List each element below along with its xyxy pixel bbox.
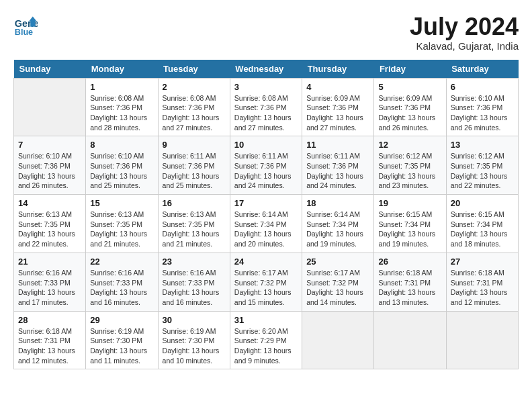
calendar-cell: 2Sunrise: 6:08 AMSunset: 7:36 PMDaylight… [158, 78, 230, 136]
day-number: 16 [163, 198, 226, 208]
calendar-table: SundayMondayTuesdayWednesdayThursdayFrid… [13, 60, 519, 370]
calendar-cell: 7Sunrise: 6:10 AMSunset: 7:36 PMDaylight… [14, 136, 86, 195]
calendar-cell: 13Sunrise: 6:12 AMSunset: 7:35 PMDayligh… [446, 136, 518, 195]
day-info: Sunrise: 6:13 AMSunset: 7:35 PMDaylight:… [90, 210, 153, 249]
day-number: 9 [163, 140, 226, 150]
day-info: Sunrise: 6:17 AMSunset: 7:32 PMDaylight:… [306, 268, 369, 308]
day-number: 10 [234, 140, 298, 150]
week-row-4: 21Sunrise: 6:16 AMSunset: 7:33 PMDayligh… [14, 253, 519, 311]
day-number: 15 [90, 198, 153, 208]
logo-icon: General Blue [13, 13, 38, 38]
day-info: Sunrise: 6:15 AMSunset: 7:34 PMDaylight:… [378, 210, 441, 249]
calendar-cell [14, 78, 86, 136]
day-number: 4 [306, 82, 369, 92]
calendar-cell: 28Sunrise: 6:18 AMSunset: 7:31 PMDayligh… [14, 311, 86, 369]
week-row-3: 14Sunrise: 6:13 AMSunset: 7:35 PMDayligh… [14, 195, 519, 253]
calendar-cell: 24Sunrise: 6:17 AMSunset: 7:32 PMDayligh… [230, 253, 302, 311]
day-info: Sunrise: 6:08 AMSunset: 7:36 PMDaylight:… [234, 93, 298, 133]
day-number: 26 [378, 257, 441, 267]
calendar-cell: 19Sunrise: 6:15 AMSunset: 7:34 PMDayligh… [374, 195, 446, 253]
calendar-cell: 17Sunrise: 6:14 AMSunset: 7:34 PMDayligh… [230, 195, 302, 253]
calendar-cell: 5Sunrise: 6:09 AMSunset: 7:36 PMDaylight… [374, 78, 446, 136]
calendar-cell: 29Sunrise: 6:19 AMSunset: 7:30 PMDayligh… [86, 311, 158, 369]
day-info: Sunrise: 6:13 AMSunset: 7:35 PMDaylight:… [18, 210, 81, 249]
calendar-cell: 4Sunrise: 6:09 AMSunset: 7:36 PMDaylight… [302, 78, 374, 136]
calendar-cell [302, 311, 374, 369]
day-info: Sunrise: 6:11 AMSunset: 7:36 PMDaylight:… [234, 151, 298, 191]
column-header-sunday: Sunday [14, 60, 86, 79]
day-info: Sunrise: 6:16 AMSunset: 7:33 PMDaylight:… [90, 268, 153, 308]
svg-text:Blue: Blue [15, 28, 33, 37]
calendar-cell: 14Sunrise: 6:13 AMSunset: 7:35 PMDayligh… [14, 195, 86, 253]
day-number: 13 [451, 140, 514, 150]
calendar-cell [446, 311, 518, 369]
day-number: 12 [378, 140, 441, 150]
location-subtitle: Kalavad, Gujarat, India [410, 40, 519, 52]
day-info: Sunrise: 6:16 AMSunset: 7:33 PMDaylight:… [18, 268, 81, 308]
column-header-friday: Friday [374, 60, 446, 79]
calendar-cell: 27Sunrise: 6:18 AMSunset: 7:31 PMDayligh… [446, 253, 518, 311]
week-row-2: 7Sunrise: 6:10 AMSunset: 7:36 PMDaylight… [14, 136, 519, 195]
day-number: 5 [378, 82, 441, 92]
month-title: July 2024 [410, 13, 519, 40]
page-header: General Blue July 2024 Kalavad, Gujarat,… [13, 13, 519, 52]
day-number: 22 [90, 257, 153, 267]
calendar-cell: 8Sunrise: 6:10 AMSunset: 7:36 PMDaylight… [86, 136, 158, 195]
day-info: Sunrise: 6:14 AMSunset: 7:34 PMDaylight:… [234, 210, 298, 249]
calendar-cell: 9Sunrise: 6:11 AMSunset: 7:36 PMDaylight… [158, 136, 230, 195]
day-info: Sunrise: 6:09 AMSunset: 7:36 PMDaylight:… [306, 93, 369, 133]
calendar-cell: 23Sunrise: 6:16 AMSunset: 7:33 PMDayligh… [158, 253, 230, 311]
week-row-5: 28Sunrise: 6:18 AMSunset: 7:31 PMDayligh… [14, 311, 519, 369]
day-info: Sunrise: 6:12 AMSunset: 7:35 PMDaylight:… [378, 151, 441, 191]
day-number: 29 [90, 315, 153, 325]
day-info: Sunrise: 6:19 AMSunset: 7:30 PMDaylight:… [90, 326, 153, 366]
day-info: Sunrise: 6:16 AMSunset: 7:33 PMDaylight:… [163, 268, 226, 308]
day-info: Sunrise: 6:10 AMSunset: 7:36 PMDaylight:… [451, 93, 514, 133]
day-number: 7 [18, 140, 81, 150]
day-number: 14 [18, 198, 81, 208]
day-info: Sunrise: 6:14 AMSunset: 7:34 PMDaylight:… [306, 210, 369, 249]
day-info: Sunrise: 6:09 AMSunset: 7:36 PMDaylight:… [378, 93, 441, 133]
day-number: 23 [163, 257, 226, 267]
day-number: 1 [90, 82, 153, 92]
day-number: 21 [18, 257, 81, 267]
calendar-cell: 21Sunrise: 6:16 AMSunset: 7:33 PMDayligh… [14, 253, 86, 311]
calendar-cell: 25Sunrise: 6:17 AMSunset: 7:32 PMDayligh… [302, 253, 374, 311]
day-info: Sunrise: 6:11 AMSunset: 7:36 PMDaylight:… [306, 151, 369, 191]
logo: General Blue [13, 13, 38, 38]
column-header-saturday: Saturday [446, 60, 518, 79]
calendar-cell [374, 311, 446, 369]
week-row-1: 1Sunrise: 6:08 AMSunset: 7:36 PMDaylight… [14, 78, 519, 136]
day-info: Sunrise: 6:18 AMSunset: 7:31 PMDaylight:… [18, 326, 81, 366]
day-number: 25 [306, 257, 369, 267]
day-number: 6 [451, 82, 514, 92]
day-number: 24 [234, 257, 298, 267]
header-row: SundayMondayTuesdayWednesdayThursdayFrid… [14, 60, 519, 79]
day-number: 19 [378, 198, 441, 208]
day-number: 28 [18, 315, 81, 325]
day-info: Sunrise: 6:17 AMSunset: 7:32 PMDaylight:… [234, 268, 298, 308]
day-number: 17 [234, 198, 298, 208]
day-number: 11 [306, 140, 369, 150]
day-info: Sunrise: 6:11 AMSunset: 7:36 PMDaylight:… [163, 151, 226, 191]
day-info: Sunrise: 6:15 AMSunset: 7:34 PMDaylight:… [451, 210, 514, 249]
calendar-cell: 16Sunrise: 6:13 AMSunset: 7:35 PMDayligh… [158, 195, 230, 253]
day-number: 2 [163, 82, 226, 92]
calendar-cell: 3Sunrise: 6:08 AMSunset: 7:36 PMDaylight… [230, 78, 302, 136]
column-header-tuesday: Tuesday [158, 60, 230, 79]
day-number: 27 [451, 257, 514, 267]
calendar-cell: 20Sunrise: 6:15 AMSunset: 7:34 PMDayligh… [446, 195, 518, 253]
day-number: 20 [451, 198, 514, 208]
day-number: 18 [306, 198, 369, 208]
day-number: 31 [234, 315, 298, 325]
day-number: 8 [90, 140, 153, 150]
calendar-cell: 26Sunrise: 6:18 AMSunset: 7:31 PMDayligh… [374, 253, 446, 311]
calendar-cell: 31Sunrise: 6:20 AMSunset: 7:29 PMDayligh… [230, 311, 302, 369]
column-header-wednesday: Wednesday [230, 60, 302, 79]
calendar-cell: 30Sunrise: 6:19 AMSunset: 7:30 PMDayligh… [158, 311, 230, 369]
day-number: 30 [163, 315, 226, 325]
day-info: Sunrise: 6:12 AMSunset: 7:35 PMDaylight:… [451, 151, 514, 191]
day-info: Sunrise: 6:10 AMSunset: 7:36 PMDaylight:… [18, 151, 81, 191]
day-info: Sunrise: 6:08 AMSunset: 7:36 PMDaylight:… [163, 93, 226, 133]
day-info: Sunrise: 6:08 AMSunset: 7:36 PMDaylight:… [90, 93, 153, 133]
